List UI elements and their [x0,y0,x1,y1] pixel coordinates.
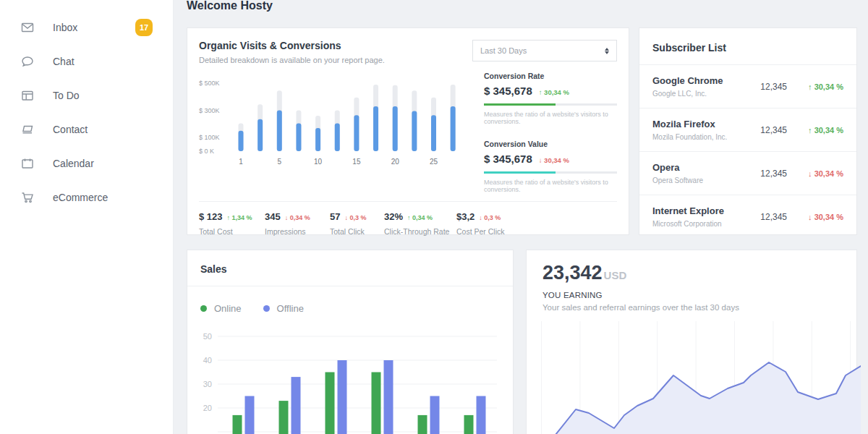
legend-dot-icon [200,305,207,312]
subscriber-row[interactable]: Mozila Firefox Mozila Foundation, Inc. 1… [639,109,856,152]
calendar-icon [21,157,34,170]
kpi-delta: ↑ 1,34 % [227,214,252,221]
subscriber-delta: ↑ 30,34 % [796,126,843,135]
kpi-value: 57 [330,211,340,222]
mail-icon [21,21,34,34]
page-title: Welcome Hosty [187,0,857,13]
organic-visits-card: Organic Visits & Conversions Detailed br… [187,27,629,235]
earnings-card: 23,342 USD YOU EARNING Your sales and re… [526,250,857,434]
legend-dot-icon [263,305,270,312]
subscriber-company: Mozila Foundation, Inc. [652,133,754,141]
conversion-stats: Conversion Rate $ 345,678 ↑ 30,34 % Meas… [481,72,617,193]
kpi-stat: 57 ↓ 0,3 % Total Click [330,211,384,236]
subscriber-count: 12,345 [754,82,787,92]
earnings-subtitle: Your sales and referral earnings over th… [542,303,846,312]
subscriber-count: 12,345 [754,125,787,135]
earnings-label: YOU EARNING [542,291,846,299]
subscriber-list-title: Subscriber List [652,42,843,54]
inbox-count-badge: 17 [135,19,153,36]
subscriber-count: 12,345 [754,169,787,179]
svg-text:10: 10 [314,158,323,166]
conversion-delta: ↑ 30,34 % [539,88,569,96]
sales-card-title: Sales [200,263,500,275]
subscriber-list-card: Subscriber List Google Chrome Google LLC… [639,27,857,235]
earnings-area-chart [541,321,846,434]
todo-icon [21,89,34,102]
conversion-progress-bar [484,103,617,106]
date-range-select[interactable]: Last 30 Days [472,40,617,61]
legend-label: Offline [277,303,304,314]
kpi-label: Click-Through Rate [384,227,456,236]
subscriber-row[interactable]: Opera Opera Software 12,345 ↓ 30,34 % [639,152,856,195]
sidebar: Inbox 17 Chat To Do Contact Calendar eCo… [0,0,174,434]
kpi-delta: ↓ 0,3 % [479,214,501,221]
organic-card-title: Organic Visits & Conversions [199,40,385,51]
sidebar-item-ecommerce[interactable]: eCommerce [0,180,173,214]
subscriber-rows: Google Chrome Google LLC, Inc. 12,345 ↑ … [639,65,856,235]
kpi-stat: $ 123 ↑ 1,34 % Total Cost [199,211,265,236]
sidebar-item-contact[interactable]: Contact [0,112,173,146]
kpi-label: Cost Per Click [456,227,505,236]
subscriber-company: Google LLC, Inc. [652,90,754,98]
sales-legend: Online Offline [187,286,513,314]
conversion-value: $ 345,678 [484,153,532,165]
kpi-delta: ↓ 0,34 % [285,214,310,221]
earnings-currency: USD [604,269,627,281]
date-range-value: Last 30 Days [480,46,527,55]
sidebar-item-label: To Do [53,90,80,101]
svg-text:15: 15 [352,158,361,166]
sidebar-item-calendar[interactable]: Calendar [0,146,173,180]
sidebar-item-inbox[interactable]: Inbox 17 [0,10,173,44]
sidebar-item-label: Contact [53,124,88,135]
conversion-value: $ 345,678 [484,85,532,97]
subscriber-company: Microsoft Corporation [652,220,754,228]
kpi-label: Impressions [265,227,330,236]
sidebar-item-label: Inbox [53,22,77,33]
conversion-block: Conversion Rate $ 345,678 ↑ 30,34 % Meas… [484,72,617,125]
sidebar-item-to-do[interactable]: To Do [0,78,173,112]
legend-label: Online [214,303,242,314]
kpi-stat: $3,2 ↓ 0,3 % Cost Per Click [456,211,505,236]
kpi-value: $ 123 [199,211,223,222]
kpi-delta: ↓ 0,3 % [344,214,366,221]
organic-bar-chart: $ 500K$ 300K$ 100K$ 0 K1510152025 [199,72,481,193]
svg-text:$ 0 K: $ 0 K [199,148,214,155]
svg-text:20: 20 [391,158,400,166]
svg-text:25: 25 [430,158,438,166]
subscriber-company: Opera Software [652,176,754,184]
conversion-caption: Measures the ratio of a website's visito… [484,179,617,193]
kpi-stat: 345 ↓ 0,34 % Impressions [265,211,330,236]
earnings-amount: 23,342 [542,262,603,284]
sidebar-item-chat[interactable]: Chat [0,44,173,78]
legend-item[interactable]: Online [200,303,242,314]
subscriber-delta: ↑ 30,34 % [796,82,843,91]
organic-card-subtitle: Detailed breakdown is available on your … [199,56,385,64]
subscriber-name: Mozila Firefox [652,119,754,129]
conversion-label: Conversion Value [484,140,617,148]
contact-icon [21,123,34,136]
sidebar-item-label: eCommerce [53,192,108,203]
subscriber-row[interactable]: Google Chrome Google LLC, Inc. 12,345 ↑ … [639,65,856,109]
kpi-stats-row: $ 123 ↑ 1,34 % Total Cost 345 ↓ 0,34 % I… [199,201,617,236]
svg-text:$ 300K: $ 300K [199,107,220,114]
kpi-value: 32% [384,211,403,222]
select-arrows-icon [605,48,609,54]
conversion-block: Conversion Value $ 345,678 ↓ 30,34 % Mea… [484,140,617,193]
kpi-label: Total Cost [199,227,265,236]
conversion-progress-bar [484,171,617,174]
subscriber-row[interactable]: Internet Explore Microsoft Corporation 1… [639,195,856,235]
kpi-value: 345 [265,211,281,222]
svg-text:50: 50 [203,332,212,341]
conversion-label: Conversion Rate [484,72,617,80]
chat-icon [21,55,34,68]
kpi-delta: ↑ 0,34 % [407,214,433,221]
svg-text:5: 5 [278,158,282,166]
subscriber-name: Opera [652,162,754,173]
subscriber-delta: ↓ 30,34 % [796,213,843,221]
subscriber-count: 12,345 [754,212,787,222]
kpi-value: $3,2 [456,211,475,222]
sidebar-item-label: Chat [53,56,75,67]
legend-item[interactable]: Offline [263,303,304,314]
svg-text:30: 30 [203,380,212,388]
kpi-label: Total Click [330,227,384,236]
